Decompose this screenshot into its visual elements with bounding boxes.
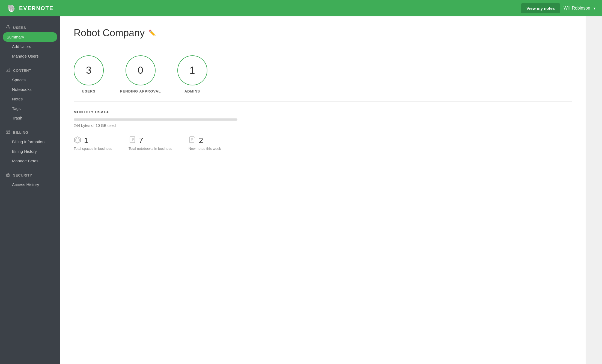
svg-marker-13: [76, 138, 79, 142]
stat-admins-circle: 1: [177, 55, 207, 85]
notes-stat-number: 2: [199, 136, 203, 145]
stat-admins-value: 1: [190, 65, 195, 76]
notes-stat-icon: [189, 136, 196, 145]
right-panel: [586, 16, 602, 364]
usage-stat-notes: 2 New notes this week: [189, 136, 221, 151]
sidebar-item-spaces[interactable]: Spaces: [0, 75, 60, 85]
header: 🐘 EVERNOTE View my notes Will Robinson ▾: [0, 0, 602, 16]
users-section-icon: [5, 25, 10, 31]
divider-1: [74, 47, 572, 47]
svg-point-11: [8, 175, 8, 176]
monthly-usage-section: MONTHLY USAGE 244 bytes of 10 GB used: [74, 110, 572, 151]
svg-marker-12: [74, 137, 81, 143]
sidebar-item-summary[interactable]: Summary: [3, 32, 57, 42]
stat-admins: 1 ADMINS: [177, 55, 207, 93]
user-dropdown-arrow[interactable]: ▾: [594, 6, 595, 10]
sidebar-item-manage-betas[interactable]: Manage Betas: [0, 156, 60, 166]
sidebar-section-content: CONTENT: [0, 65, 60, 75]
view-notes-button[interactable]: View my notes: [521, 3, 560, 13]
stat-pending-circle: 0: [126, 55, 156, 85]
billing-section-label: BILLING: [13, 130, 28, 135]
users-section-label: USERS: [13, 26, 26, 30]
sidebar-item-billing-history[interactable]: Billing History: [0, 147, 60, 156]
usage-stat-notebooks: 7 Total notebooks in business: [129, 136, 172, 151]
page-title-row: Robot Company ✏️: [74, 27, 572, 39]
sidebar-item-trash[interactable]: Trash: [0, 113, 60, 123]
sidebar-item-billing-information[interactable]: Billing Information: [0, 137, 60, 147]
sidebar-section-billing: BILLING: [0, 127, 60, 137]
spaces-stat-number: 1: [84, 136, 88, 145]
sidebar-item-notebooks[interactable]: Notebooks: [0, 85, 60, 94]
sidebar-item-notes[interactable]: Notes: [0, 94, 60, 104]
progress-bar-container: [74, 118, 237, 121]
content-section-icon: [5, 67, 10, 73]
svg-rect-7: [6, 130, 10, 133]
stat-pending-label: PENDING APPROVAL: [120, 89, 161, 93]
progress-bar-fill: [74, 118, 74, 121]
sidebar-section-security: SECURITY: [0, 169, 60, 180]
header-right: View my notes Will Robinson ▾: [521, 3, 595, 13]
spaces-stat-desc: Total spaces in business: [74, 146, 112, 151]
stat-users-circle: 3: [74, 55, 104, 85]
security-section-label: SECURITY: [13, 173, 32, 177]
notebooks-stat-number: 7: [139, 136, 143, 145]
notebooks-stat-desc: Total notebooks in business: [129, 146, 172, 151]
svg-rect-14: [130, 137, 135, 143]
stat-users-label: USERS: [82, 89, 96, 93]
evernote-logo-icon: 🐘: [7, 3, 16, 13]
notebooks-stat-icon: [129, 136, 136, 145]
stat-users: 3 USERS: [74, 55, 104, 93]
divider-2: [74, 102, 572, 102]
sidebar-item-manage-users[interactable]: Manage Users: [0, 51, 60, 61]
stat-admins-label: ADMINS: [184, 89, 200, 93]
main-content: Robot Company ✏️ 3 USERS 0 PENDING APPRO…: [60, 16, 586, 364]
edit-company-icon[interactable]: ✏️: [148, 29, 156, 37]
layout: USERS Summary Add Users Manage Users CON…: [0, 16, 602, 364]
svg-text:🐘: 🐘: [8, 4, 16, 12]
sidebar-item-add-users[interactable]: Add Users: [0, 42, 60, 51]
stat-users-value: 3: [86, 65, 91, 76]
page-title: Robot Company: [74, 27, 145, 39]
usage-stat-notebooks-top: 7: [129, 136, 172, 145]
user-name: Will Robinson: [564, 6, 590, 11]
divider-3: [74, 162, 572, 162]
usage-stats-row: 1 Total spaces in business: [74, 136, 572, 151]
sidebar-section-users: USERS: [0, 22, 60, 32]
sidebar-item-access-history[interactable]: Access History: [0, 180, 60, 189]
usage-stat-notes-top: 2: [189, 136, 221, 145]
usage-stat-spaces-top: 1: [74, 136, 112, 145]
usage-text: 244 bytes of 10 GB used: [74, 123, 572, 128]
spaces-stat-icon: [74, 136, 81, 145]
security-section-icon: [5, 172, 10, 178]
stats-row: 3 USERS 0 PENDING APPROVAL 1 ADMINS: [74, 55, 572, 93]
sidebar: USERS Summary Add Users Manage Users CON…: [0, 16, 60, 364]
brand-name: EVERNOTE: [19, 5, 53, 11]
usage-stat-spaces: 1 Total spaces in business: [74, 136, 112, 151]
stat-pending-value: 0: [138, 65, 143, 76]
sidebar-item-tags[interactable]: Tags: [0, 104, 60, 113]
stat-pending: 0 PENDING APPROVAL: [120, 55, 161, 93]
header-left: 🐘 EVERNOTE: [7, 3, 53, 13]
content-section-label: CONTENT: [13, 68, 31, 73]
notes-stat-desc: New notes this week: [189, 146, 221, 151]
billing-section-icon: [5, 129, 10, 135]
monthly-usage-title: MONTHLY USAGE: [74, 110, 572, 114]
